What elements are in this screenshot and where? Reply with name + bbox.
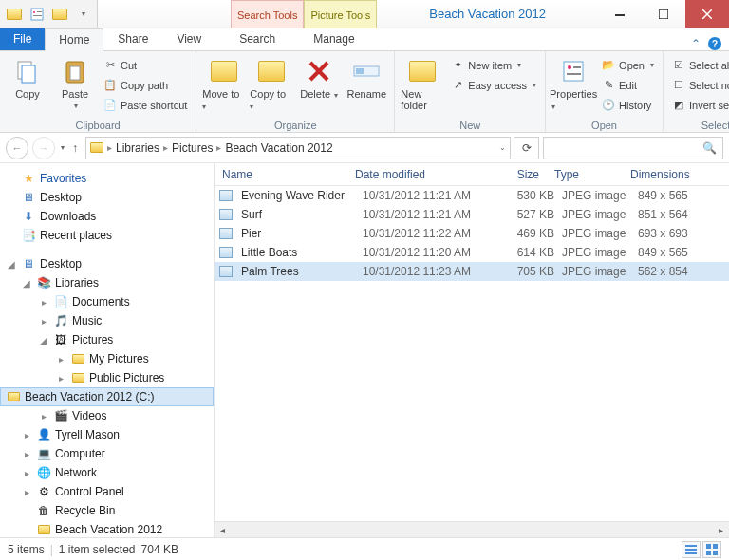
tree-fav-recent[interactable]: 📑Recent places: [0, 226, 214, 245]
tree-beachvacation-desktop[interactable]: Beach Vacation 2012: [0, 520, 214, 537]
search-icon[interactable]: 🔍: [702, 141, 717, 155]
file-date: 10/31/2012 11:20 AM: [359, 246, 492, 259]
scroll-left-icon[interactable]: ◂: [215, 525, 231, 535]
invert-selection-button[interactable]: ◩Invert selection: [669, 96, 729, 114]
open-button[interactable]: 📂Open▾: [599, 56, 657, 74]
breadcrumb-leaf[interactable]: Beach Vacation 2012: [225, 141, 332, 155]
file-row[interactable]: Little Boats10/31/2012 11:20 AM614 KBJPE…: [215, 243, 729, 262]
view-tab[interactable]: View: [162, 28, 215, 50]
new-item-button[interactable]: ✦New item▾: [448, 56, 539, 74]
qat-dropdown-icon[interactable]: ▾: [72, 4, 93, 25]
paste-button[interactable]: Paste▾: [53, 54, 97, 110]
rename-button[interactable]: Rename: [345, 54, 388, 100]
tree-recyclebin[interactable]: 🗑Recycle Bin: [0, 501, 214, 520]
svg-rect-22: [685, 552, 697, 554]
tree-fav-desktop[interactable]: 🖥Desktop: [0, 188, 214, 207]
tree-videos[interactable]: ▸🎬Videos: [0, 406, 214, 425]
qat-folder-icon[interactable]: [4, 4, 25, 25]
copy-button[interactable]: Copy: [6, 54, 49, 100]
back-button[interactable]: ←: [6, 137, 28, 159]
svg-rect-9: [22, 65, 35, 83]
minimize-button[interactable]: [598, 0, 642, 28]
tree-mypictures[interactable]: ▸My Pictures: [0, 349, 214, 368]
copy-path-button[interactable]: 📋Copy path: [101, 76, 190, 94]
ribbon-tabs: File Home Share View Search Manage ⌃ ?: [0, 28, 729, 51]
edit-button[interactable]: ✎Edit: [599, 76, 657, 94]
tree-publicpictures[interactable]: ▸Public Pictures: [0, 368, 214, 387]
image-file-icon: [218, 188, 234, 203]
col-size[interactable]: Size: [480, 168, 547, 181]
history-dropdown-icon[interactable]: ▾: [61, 143, 65, 152]
tree-network[interactable]: ▸🌐Network: [0, 463, 214, 482]
manage-tab[interactable]: Manage: [299, 28, 368, 50]
cut-icon: ✂: [103, 59, 117, 72]
title-bar: ▾ Search Tools Picture Tools Beach Vacat…: [0, 0, 729, 28]
col-type[interactable]: Type: [547, 168, 623, 181]
column-headers[interactable]: Name Date modified Size Type Dimensions: [215, 163, 729, 186]
file-row[interactable]: Pier10/31/2012 11:22 AM469 KBJPEG image6…: [215, 224, 729, 243]
breadcrumb[interactable]: ▸ Libraries ▸ Pictures ▸ Beach Vacation …: [85, 137, 511, 159]
select-none-button[interactable]: ☐Select none: [669, 76, 729, 94]
col-date[interactable]: Date modified: [347, 168, 480, 181]
select-group: ☑Select all ☐Select none ◩Invert selecti…: [664, 51, 729, 132]
file-type: JPEG image: [558, 189, 634, 202]
forward-button[interactable]: →: [32, 137, 55, 159]
search-input[interactable]: 🔍: [543, 137, 723, 159]
paste-shortcut-button[interactable]: 📄Paste shortcut: [101, 96, 190, 114]
tree-desktop[interactable]: ◢🖥Desktop: [0, 254, 214, 273]
navigation-tree[interactable]: ★Favorites 🖥Desktop ⬇Downloads 📑Recent p…: [0, 163, 215, 537]
cut-button[interactable]: ✂Cut: [101, 56, 190, 74]
home-tab[interactable]: Home: [45, 28, 103, 51]
copy-to-button[interactable]: Copy to ▾: [250, 54, 293, 111]
picture-tools-tab[interactable]: Picture Tools: [304, 0, 377, 28]
select-all-button[interactable]: ☑Select all: [669, 56, 729, 74]
tree-pictures[interactable]: ◢🖼Pictures: [0, 330, 214, 349]
tree-user[interactable]: ▸👤Tyrell Mason: [0, 425, 214, 444]
breadcrumb-libraries[interactable]: Libraries: [116, 141, 159, 155]
search-tab[interactable]: Search: [225, 28, 290, 50]
view-thumbnails-button[interactable]: [702, 541, 721, 558]
history-button[interactable]: 🕑History: [599, 96, 657, 114]
refresh-button[interactable]: ⟳: [514, 137, 539, 159]
qat-newfolder-icon[interactable]: [49, 4, 70, 25]
col-dim[interactable]: Dimensions: [623, 168, 708, 181]
search-tools-tab[interactable]: Search Tools: [231, 0, 304, 28]
tree-beachvacation[interactable]: Beach Vacation 2012 (C:): [0, 387, 214, 406]
breadcrumb-pictures[interactable]: Pictures: [172, 141, 213, 155]
up-button[interactable]: ↑: [68, 141, 82, 155]
search-field[interactable]: [550, 141, 702, 155]
new-folder-button[interactable]: New folder: [401, 54, 444, 111]
svg-rect-16: [564, 62, 583, 81]
properties-button[interactable]: Properties ▾: [551, 54, 595, 111]
file-tab[interactable]: File: [0, 28, 45, 50]
collapse-ribbon-icon[interactable]: ⌃: [691, 37, 701, 50]
delete-button[interactable]: Delete ▾: [297, 54, 341, 100]
move-to-button[interactable]: Move to ▾: [202, 54, 246, 111]
file-row[interactable]: Evening Wave Rider10/31/2012 11:21 AM530…: [215, 186, 729, 205]
file-name: Evening Wave Rider: [237, 189, 359, 202]
tree-libraries[interactable]: ◢📚Libraries: [0, 273, 214, 292]
qat-properties-icon[interactable]: [27, 4, 47, 25]
ribbon: Copy Paste▾ ✂Cut 📋Copy path 📄Paste short…: [0, 51, 729, 133]
file-row[interactable]: Palm Trees10/31/2012 11:23 AM705 KBJPEG …: [215, 262, 729, 281]
user-icon: 👤: [36, 427, 51, 442]
col-name[interactable]: Name: [215, 168, 347, 181]
share-tab[interactable]: Share: [103, 28, 162, 50]
tree-music[interactable]: ▸🎵Music: [0, 311, 214, 330]
help-icon[interactable]: ?: [708, 37, 721, 50]
view-details-button[interactable]: [682, 541, 701, 558]
file-type: JPEG image: [558, 208, 634, 221]
file-type: JPEG image: [558, 265, 634, 278]
tree-documents[interactable]: ▸📄Documents: [0, 292, 214, 311]
tree-favorites[interactable]: ★Favorites: [0, 169, 214, 188]
tree-fav-downloads[interactable]: ⬇Downloads: [0, 207, 214, 226]
horizontal-scrollbar[interactable]: ◂ ▸: [215, 521, 729, 537]
tree-controlpanel[interactable]: ▸⚙Control Panel: [0, 482, 214, 501]
easy-access-button[interactable]: ↗Easy access▾: [448, 76, 539, 94]
file-row[interactable]: Surf10/31/2012 11:21 AM527 KBJPEG image8…: [215, 205, 729, 224]
breadcrumb-dropdown-icon[interactable]: ⌄: [499, 143, 506, 152]
scroll-right-icon[interactable]: ▸: [713, 525, 729, 535]
close-button[interactable]: [685, 0, 729, 28]
maximize-button[interactable]: [642, 0, 685, 28]
tree-computer[interactable]: ▸💻Computer: [0, 444, 214, 463]
